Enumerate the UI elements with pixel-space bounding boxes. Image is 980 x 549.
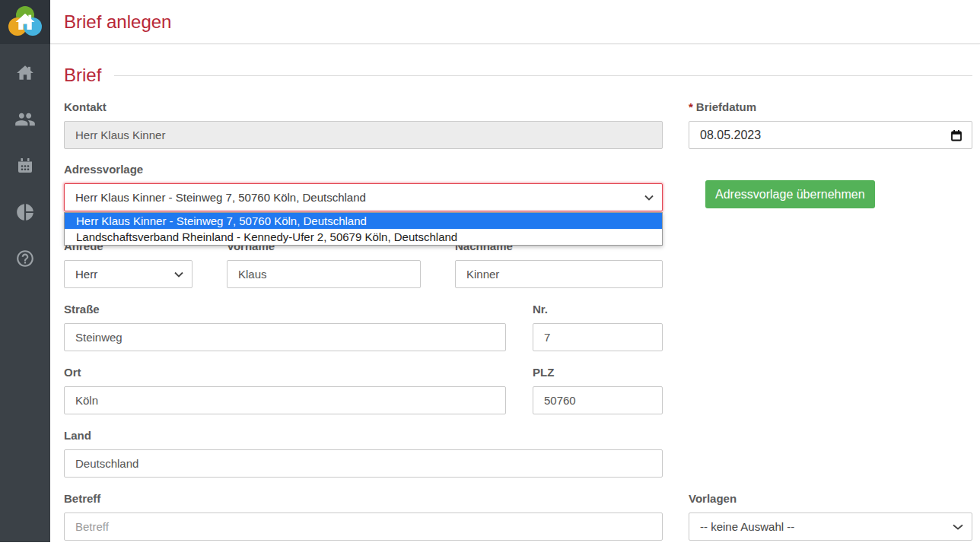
logo-house-icon (14, 11, 37, 33)
adressvorlage-dropdown: Herr Klaus Kinner - Steinweg 7, 50760 Kö… (64, 212, 663, 246)
kontakt-label: Kontakt (64, 101, 663, 113)
betreff-input[interactable] (64, 513, 663, 541)
briefdatum-field: *Briefdatum 08.05.2023 (689, 101, 972, 149)
vorname-field: Vorname (227, 240, 421, 288)
briefdatum-input[interactable]: 08.05.2023 (689, 121, 972, 149)
section-header: Brief (64, 65, 972, 86)
strasse-field: Straße (64, 303, 506, 351)
brief-form: Kontakt Adressvorlage Herr Klaus Kinner … (64, 101, 972, 549)
nr-field: Nr. (533, 303, 663, 351)
street-row: Straße Nr. (64, 303, 663, 351)
ort-input[interactable] (64, 386, 506, 414)
sidebar-item-home[interactable] (14, 62, 36, 84)
page-title: Brief anlegen (64, 11, 171, 33)
strasse-input[interactable] (64, 323, 506, 351)
anrede-selected-value: Herr (75, 268, 97, 281)
required-marker: * (689, 100, 693, 113)
sidebar-item-help[interactable] (14, 248, 36, 269)
nr-input[interactable] (533, 323, 663, 351)
vorlagen-label: Vorlagen (689, 493, 972, 505)
adressvorlage-option[interactable]: Landschaftsverband Rheinland - Kennedy-U… (65, 229, 662, 245)
adressvorlage-select[interactable]: Herr Klaus Kinner - Steinweg 7, 50760 Kö… (64, 183, 663, 211)
ort-field: Ort (64, 367, 506, 414)
chevron-down-icon (952, 523, 964, 531)
adressvorlage-field: Adressvorlage Herr Klaus Kinner - Steinw… (64, 163, 663, 211)
vorname-input[interactable] (227, 260, 421, 288)
nachname-input[interactable] (455, 260, 663, 288)
app-logo[interactable] (0, 0, 50, 44)
land-field: Land (64, 430, 663, 478)
sidebar-item-contacts[interactable] (14, 109, 36, 130)
sidebar-item-calendar[interactable] (14, 155, 36, 176)
plz-label: PLZ (533, 367, 663, 379)
calendar-icon (16, 157, 34, 175)
vorlagen-selected-value: -- keine Auswahl -- (700, 520, 794, 533)
betreff-label: Betreff (64, 493, 663, 505)
contacts-icon (14, 109, 36, 130)
help-icon (15, 249, 35, 268)
adressvorlage-label: Adressvorlage (64, 163, 663, 176)
home-icon (15, 63, 35, 83)
briefdatum-label: *Briefdatum (689, 101, 972, 113)
briefdatum-value: 08.05.2023 (700, 129, 761, 142)
betreff-field: Betreff (64, 493, 663, 541)
kontakt-input[interactable] (64, 121, 663, 149)
vorlagen-select[interactable]: -- keine Auswahl -- (689, 513, 972, 541)
nachname-field: Nachname (455, 240, 663, 288)
adressvorlage-uebernehmen-button[interactable]: Adressvorlage übernehmen (705, 180, 875, 208)
sidebar-item-statistics[interactable] (14, 202, 36, 223)
chevron-down-icon (173, 271, 184, 278)
vorlagen-field: Vorlagen -- keine Auswahl -- (689, 493, 972, 541)
plz-input[interactable] (533, 386, 663, 414)
anrede-select[interactable]: Herr (64, 260, 192, 288)
land-label: Land (64, 430, 663, 442)
anrede-field: Anrede Herr (64, 240, 192, 288)
adressvorlage-selected-value: Herr Klaus Kinner - Steinweg 7, 50760 Kö… (75, 191, 366, 204)
kontakt-field: Kontakt (64, 101, 663, 149)
main-content: Brief Kontakt Adressvorlage Herr Klaus K… (50, 45, 980, 549)
calendar-picker-icon[interactable] (950, 129, 963, 141)
land-input[interactable] (64, 449, 663, 478)
strasse-label: Straße (64, 303, 506, 316)
name-row: Anrede Herr Vorname Nachname (64, 240, 663, 288)
chevron-down-icon (644, 194, 654, 202)
plz-field: PLZ (533, 367, 663, 414)
ort-label: Ort (64, 367, 506, 379)
adressvorlage-option[interactable]: Herr Klaus Kinner - Steinweg 7, 50760 Kö… (65, 213, 662, 229)
section-title: Brief (64, 65, 101, 86)
sidebar (0, 0, 50, 542)
section-divider (114, 75, 972, 76)
statistics-pie-icon (15, 202, 35, 222)
city-row: Ort PLZ (64, 367, 663, 414)
page-header: Brief anlegen (50, 0, 980, 44)
nr-label: Nr. (533, 303, 663, 316)
